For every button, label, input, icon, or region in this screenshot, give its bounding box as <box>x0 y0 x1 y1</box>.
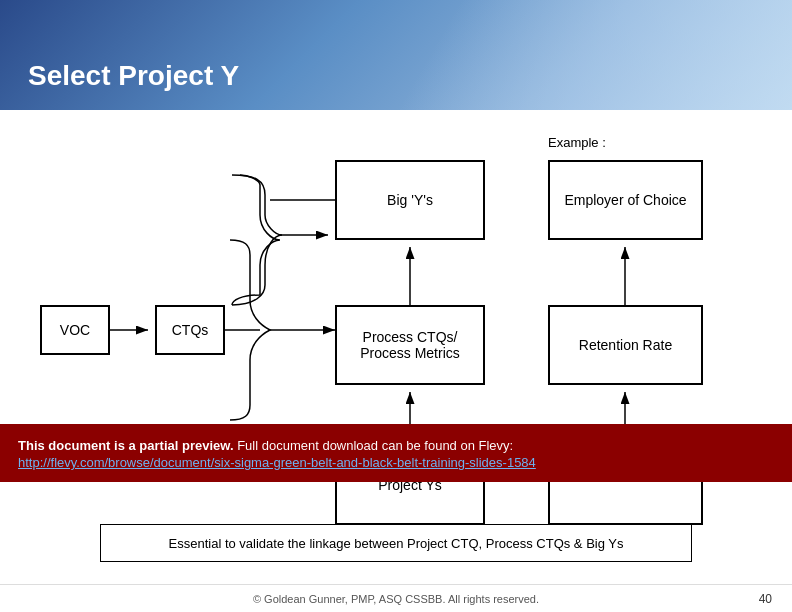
retention-box: Retention Rate <box>548 305 703 385</box>
example-label: Example : <box>548 135 606 150</box>
preview-normal: Full document download can be found on F… <box>234 438 514 453</box>
footer-copyright: © Goldean Gunner, PMP, ASQ CSSBB. All ri… <box>253 593 539 605</box>
process-label: Process CTQs/ Process Metrics <box>337 329 483 361</box>
process-ctqs-box: Process CTQs/ Process Metrics <box>335 305 485 385</box>
preview-bold: This document is a partial preview. <box>18 438 234 453</box>
validate-box: Essential to validate the linkage betwee… <box>100 524 692 562</box>
retention-label: Retention Rate <box>579 337 672 353</box>
bigy-box: Big 'Y's <box>335 160 485 240</box>
page-title: Select Project Y <box>28 60 239 92</box>
validate-text: Essential to validate the linkage betwee… <box>169 536 624 551</box>
preview-banner: This document is a partial preview. Full… <box>0 424 792 482</box>
ctqs-box: CTQs <box>155 305 225 355</box>
bigy-label: Big 'Y's <box>387 192 433 208</box>
employer-label: Employer of Choice <box>564 192 686 208</box>
header-overlay <box>292 0 792 110</box>
preview-text: This document is a partial preview. Full… <box>18 436 774 456</box>
footer-page-number: 40 <box>759 592 772 606</box>
footer: © Goldean Gunner, PMP, ASQ CSSBB. All ri… <box>0 584 792 612</box>
employer-box: Employer of Choice <box>548 160 703 240</box>
voc-label: VOC <box>60 322 90 338</box>
main-content: Example : VOC CTQs Big 'Y's Process CTQs… <box>0 110 792 612</box>
header: Select Project Y <box>0 0 792 110</box>
ctqs-label: CTQs <box>172 322 209 338</box>
voc-box: VOC <box>40 305 110 355</box>
preview-link[interactable]: http://flevy.com/browse/document/six-sig… <box>18 455 774 470</box>
